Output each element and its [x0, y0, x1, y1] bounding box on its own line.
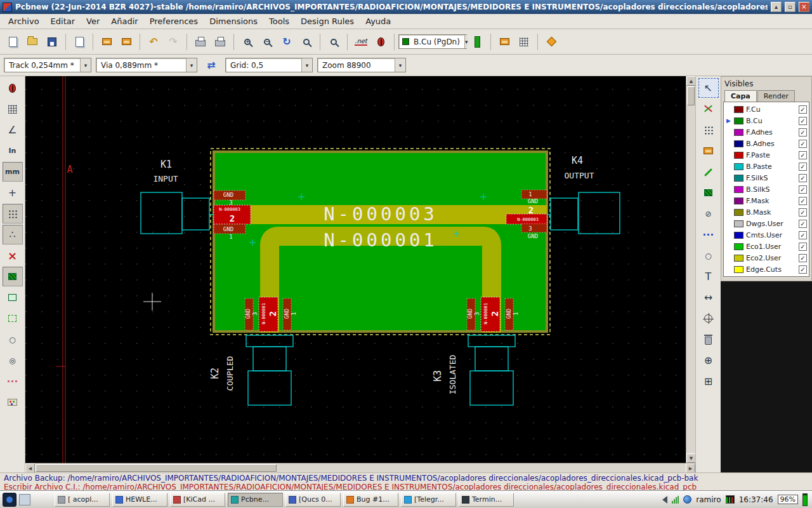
- connector-k2-body[interactable]: [248, 371, 291, 405]
- ref-k3[interactable]: K3: [432, 370, 443, 382]
- drc-off-button[interactable]: [3, 78, 23, 98]
- plot-button[interactable]: [211, 32, 230, 51]
- layer-color-swatch[interactable]: [734, 117, 743, 124]
- grid-origin-button[interactable]: ⊞: [698, 371, 719, 391]
- layer-color-swatch[interactable]: [734, 197, 743, 204]
- scroll-right-button[interactable]: ▶: [686, 464, 695, 473]
- add-zone-button[interactable]: [698, 183, 719, 203]
- polar-coordinates-button[interactable]: ∠: [3, 120, 23, 140]
- track-dropdown-arrow-icon[interactable]: ▾: [80, 58, 91, 72]
- layer-row-eco2[interactable]: Eco2.User ✓: [724, 252, 809, 264]
- print-button[interactable]: [191, 32, 210, 51]
- add-keepout-button[interactable]: ⊘: [698, 204, 719, 224]
- add-dimension-button[interactable]: ↔: [698, 288, 719, 307]
- pad-k4-gnd1[interactable]: [521, 190, 547, 199]
- zoom-fit-button[interactable]: [297, 32, 316, 51]
- scroll-up-button[interactable]: ▲: [686, 76, 696, 86]
- grid-visibility-button[interactable]: [3, 99, 23, 119]
- layer-row-fcu[interactable]: F.Cu ✓: [724, 104, 809, 115]
- high-contrast-button[interactable]: [3, 392, 23, 412]
- units-inches-button[interactable]: In: [3, 141, 23, 161]
- layer-row-cmts[interactable]: Cmts.User ✓: [724, 229, 809, 241]
- layer-row-fsilks[interactable]: F.SilkS ✓: [724, 172, 809, 184]
- show-zones-disabled-button[interactable]: [3, 288, 23, 307]
- layer-row-dwgs[interactable]: Dwgs.User ✓: [724, 218, 809, 229]
- layer-color-swatch[interactable]: [734, 243, 743, 250]
- menu-tools[interactable]: Tools: [263, 15, 295, 28]
- taskbar-window-hewlett[interactable]: HEWLE...: [112, 493, 167, 507]
- layer-manager-toggle-button[interactable]: [468, 32, 487, 51]
- show-zones-outline-button[interactable]: [3, 309, 23, 328]
- save-board-button[interactable]: [43, 32, 62, 51]
- layer-visible-checkbox[interactable]: ✓: [799, 151, 807, 159]
- ref-k4[interactable]: K4: [572, 155, 583, 166]
- layer-visible-checkbox[interactable]: ✓: [799, 105, 807, 114]
- page-settings-button[interactable]: [70, 32, 89, 51]
- module-editor-button[interactable]: [97, 32, 116, 51]
- add-text-button[interactable]: T: [698, 267, 719, 286]
- zoom-select[interactable]: Zoom 88900 ▾: [317, 58, 406, 72]
- value-isolated[interactable]: ISOLATED: [448, 355, 457, 395]
- highlight-net-button[interactable]: [698, 99, 719, 119]
- value-coupled[interactable]: COUPLED: [225, 356, 235, 391]
- value-output[interactable]: OUTPUT: [565, 171, 594, 180]
- layer-visible-checkbox[interactable]: ✓: [799, 174, 807, 182]
- taskbar-window-qucs[interactable]: [Qucs 0...: [285, 493, 341, 507]
- layer-visible-checkbox[interactable]: ✓: [799, 208, 807, 217]
- layer-row-bcu[interactable]: ▶ B.Cu ✓: [724, 115, 809, 126]
- layer-color-swatch[interactable]: [734, 129, 743, 136]
- zoom-out-button[interactable]: −: [258, 32, 277, 51]
- menu-anadir[interactable]: Añadir: [105, 15, 143, 28]
- grid-dropdown-arrow-icon[interactable]: ▾: [301, 58, 312, 72]
- clock[interactable]: 16:37:46: [739, 495, 773, 504]
- taskbar-window-terminal[interactable]: Termin...: [459, 493, 514, 507]
- network-signal-icon[interactable]: [672, 496, 679, 504]
- connector-k2-flange[interactable]: [246, 335, 293, 347]
- layer-row-fpaste[interactable]: F.Paste ✓: [724, 149, 809, 161]
- via-dropdown-arrow-icon[interactable]: ▾: [186, 58, 197, 72]
- layer-row-bsilks[interactable]: B.SilkS ✓: [724, 184, 809, 195]
- layer-row-fmask[interactable]: F.Mask ✓: [724, 195, 809, 206]
- connector-k4-neck[interactable]: [551, 198, 578, 230]
- add-target-button[interactable]: [698, 309, 719, 328]
- menu-design-rules[interactable]: Design Rules: [295, 15, 360, 28]
- layer-visible-checkbox[interactable]: ✓: [799, 185, 807, 194]
- layer-row-bmask[interactable]: B.Mask ✓: [724, 206, 809, 218]
- horizontal-scrollbar[interactable]: ◀ ▶: [25, 463, 695, 472]
- track-width-select[interactable]: Track 0,254mm * ▾: [4, 58, 91, 72]
- battery-percentage[interactable]: 96%: [778, 495, 798, 504]
- layer-visible-checkbox[interactable]: ✓: [799, 197, 807, 205]
- taskbar-window-bug[interactable]: Bug #1...: [343, 493, 398, 507]
- ref-k1[interactable]: K1: [160, 159, 172, 170]
- layer-color-swatch[interactable]: [734, 163, 743, 170]
- add-graphic-circle-button[interactable]: ○: [698, 246, 719, 265]
- read-netlist-button[interactable]: .net: [351, 32, 370, 51]
- ratsnest-general-button[interactable]: [3, 204, 23, 224]
- layer-color-swatch[interactable]: [734, 152, 743, 159]
- scroll-down-button[interactable]: ▼: [686, 453, 696, 463]
- tab-capa[interactable]: Capa: [724, 90, 757, 102]
- layer-row-badhes[interactable]: B.Adhes ✓: [724, 138, 809, 149]
- menu-ver[interactable]: Ver: [81, 15, 105, 28]
- auto-delete-track-button[interactable]: ×: [3, 246, 23, 265]
- add-module-button[interactable]: [698, 141, 719, 161]
- layer-row-fadhes[interactable]: F.Adhes ✓: [724, 126, 809, 138]
- local-ratsnest-button[interactable]: [698, 120, 719, 140]
- layer-visible-checkbox[interactable]: ✓: [799, 254, 807, 262]
- add-graphic-line-button[interactable]: [698, 225, 719, 244]
- cursor-shape-button[interactable]: +: [3, 183, 23, 203]
- pcb-drawing[interactable]: A: [25, 76, 686, 463]
- tab-render[interactable]: Render: [757, 90, 795, 102]
- menu-ayuda[interactable]: Ayuda: [360, 15, 396, 28]
- horizontal-scroll-thumb[interactable]: [36, 464, 277, 472]
- layer-color-swatch[interactable]: [734, 220, 743, 227]
- maximize-button[interactable]: ▫: [785, 2, 796, 12]
- taskbar-window-kicad[interactable]: [KiCad ...: [170, 493, 225, 507]
- connector-k1-body[interactable]: [141, 192, 182, 234]
- show-desktop-button[interactable]: [19, 494, 30, 505]
- menu-archivo[interactable]: Archivo: [3, 15, 45, 28]
- layer-color-swatch[interactable]: [734, 106, 743, 113]
- vertical-scrollbar[interactable]: ▲ ▼: [686, 76, 695, 463]
- connector-k3-flange[interactable]: [468, 335, 515, 347]
- scroll-left-button[interactable]: ◀: [25, 464, 35, 473]
